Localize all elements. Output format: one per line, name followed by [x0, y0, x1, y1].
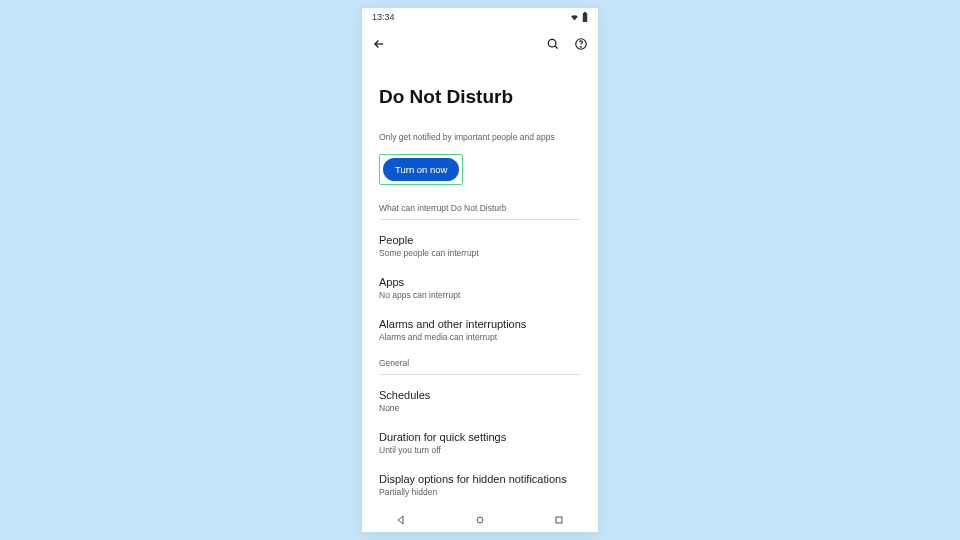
nav-home-icon: [474, 514, 486, 526]
page-subtitle: Only get notified by important people an…: [379, 132, 581, 142]
content-area: Do Not Disturb Only get notified by impo…: [362, 62, 598, 508]
setting-duration[interactable]: Duration for quick settings Until you tu…: [379, 423, 581, 465]
setting-display-options[interactable]: Display options for hidden notifications…: [379, 465, 581, 507]
setting-title: Duration for quick settings: [379, 431, 581, 443]
setting-title: Apps: [379, 276, 581, 288]
nav-back-icon: [395, 514, 407, 526]
search-icon: [546, 37, 560, 51]
battery-icon: [582, 12, 588, 22]
setting-sub: None: [379, 403, 581, 413]
setting-apps[interactable]: Apps No apps can interrupt: [379, 268, 581, 310]
status-time: 13:34: [372, 12, 395, 22]
wifi-icon: [570, 13, 579, 22]
back-button[interactable]: [372, 37, 386, 51]
status-icons: [570, 12, 588, 22]
phone-frame: 13:34 Do Not Disturb Only get notified b…: [362, 8, 598, 532]
svg-rect-6: [556, 517, 562, 523]
svg-rect-0: [583, 13, 587, 22]
nav-home[interactable]: [474, 514, 486, 526]
system-nav-bar: [362, 508, 598, 532]
turn-on-highlight: Turn on now: [379, 154, 463, 185]
help-icon: [574, 37, 588, 51]
setting-title: Alarms and other interruptions: [379, 318, 581, 330]
status-bar: 13:34: [362, 8, 598, 26]
setting-sub: Partially hidden: [379, 487, 581, 497]
page-title: Do Not Disturb: [379, 86, 581, 108]
app-bar: [362, 26, 598, 62]
section-header-interrupt: What can interrupt Do Not Disturb: [379, 199, 581, 220]
setting-title: People: [379, 234, 581, 246]
setting-schedules[interactable]: Schedules None: [379, 381, 581, 423]
svg-point-4: [581, 47, 582, 48]
back-arrow-icon: [372, 37, 386, 51]
svg-point-5: [477, 517, 483, 523]
setting-sub: Alarms and media can interrupt: [379, 332, 581, 342]
setting-sub: Until you turn off: [379, 445, 581, 455]
svg-rect-1: [584, 12, 586, 13]
nav-recents-icon: [553, 514, 565, 526]
nav-recents[interactable]: [553, 514, 565, 526]
search-button[interactable]: [546, 37, 560, 51]
setting-people[interactable]: People Some people can interrupt: [379, 226, 581, 268]
turn-on-button[interactable]: Turn on now: [383, 158, 459, 181]
setting-title: Schedules: [379, 389, 581, 401]
section-header-general: General: [379, 354, 581, 375]
setting-title: Display options for hidden notifications: [379, 473, 581, 485]
setting-sub: Some people can interrupt: [379, 248, 581, 258]
svg-point-2: [548, 39, 556, 47]
setting-sub: No apps can interrupt: [379, 290, 581, 300]
help-button[interactable]: [574, 37, 588, 51]
setting-alarms[interactable]: Alarms and other interruptions Alarms an…: [379, 310, 581, 352]
nav-back[interactable]: [395, 514, 407, 526]
